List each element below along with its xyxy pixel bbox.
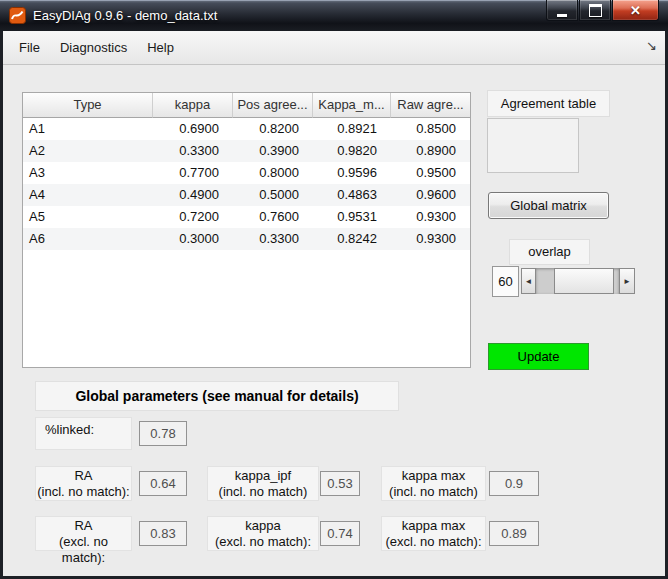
results-table: Type kappa Pos agree... Kappa_m... Raw a… xyxy=(22,92,471,368)
table-cell[interactable]: 0.8000 xyxy=(233,162,313,184)
table-cell[interactable]: 0.6900 xyxy=(153,118,233,140)
update-button[interactable]: Update xyxy=(488,343,589,370)
maximize-icon xyxy=(589,4,602,17)
ra-incl-label: RA (incl. no match): xyxy=(35,466,132,501)
slider-right-icon: ► xyxy=(623,277,631,286)
table-cell[interactable]: 0.9300 xyxy=(391,228,470,250)
column-header-kappa-m[interactable]: Kappa_m... xyxy=(313,93,391,118)
label-line: (excl. no match): xyxy=(208,534,318,550)
label-line: (excl. no match): xyxy=(36,534,131,566)
column-header-raw-agree[interactable]: Raw agre... xyxy=(391,93,470,118)
table-cell[interactable]: 0.9500 xyxy=(391,162,470,184)
slider-left-button[interactable]: ◄ xyxy=(521,268,536,294)
table-cell[interactable]: 0.8500 xyxy=(391,118,470,140)
linked-value-field: 0.78 xyxy=(139,421,187,446)
table-cell[interactable]: 0.7600 xyxy=(233,206,313,228)
kappa-ipf-incl-label: kappa_ipf (incl. no match) xyxy=(207,466,319,501)
overlap-value-field[interactable]: 60 xyxy=(492,266,519,297)
table-cell[interactable]: 0.4900 xyxy=(153,184,233,206)
app-icon[interactable] xyxy=(9,7,26,24)
menu-help[interactable]: Help xyxy=(137,35,184,60)
label-line: kappa max xyxy=(382,468,485,484)
slider-right-button[interactable]: ► xyxy=(619,268,635,294)
table-cell[interactable]: 0.7200 xyxy=(153,206,233,228)
linked-label: %linked: xyxy=(35,417,132,450)
minimize-button[interactable] xyxy=(546,0,578,21)
menubar: File Diagnostics Help ↘ xyxy=(3,31,665,65)
table-cell[interactable]: 0.3300 xyxy=(153,140,233,162)
kappa-max-incl-value-field: 0.9 xyxy=(489,471,539,496)
titlebar[interactable]: EasyDIAg 0.9.6 - demo_data.txt ✕ xyxy=(0,0,668,31)
table-header: Type kappa Pos agree... Kappa_m... Raw a… xyxy=(23,93,470,118)
kappa-max-incl-label: kappa max (incl. no match) xyxy=(381,466,486,501)
table-row: A5 0.7200 0.7600 0.9531 0.9300 xyxy=(23,206,470,228)
table-body: A1 0.6900 0.8200 0.8921 0.8500 A2 0.3300… xyxy=(23,118,470,250)
label-line: RA xyxy=(36,518,131,534)
table-cell[interactable]: 0.3900 xyxy=(233,140,313,162)
minimize-icon xyxy=(557,14,567,17)
label-line: (incl. no match) xyxy=(382,484,485,500)
kappa-excl-label: kappa (excl. no match): xyxy=(207,516,319,551)
table-row: A1 0.6900 0.8200 0.8921 0.8500 xyxy=(23,118,470,140)
slider-thumb[interactable] xyxy=(554,268,614,294)
table-cell[interactable]: 0.9300 xyxy=(391,206,470,228)
table-cell[interactable]: 0.8200 xyxy=(233,118,313,140)
label-line: (excl. no match): xyxy=(382,534,485,550)
table-cell[interactable]: A6 xyxy=(23,228,153,250)
overlap-slider: ◄ ► xyxy=(521,268,635,294)
label-line: kappa_ipf xyxy=(208,468,318,484)
column-header-kappa[interactable]: kappa xyxy=(153,93,233,118)
table-cell[interactable]: 0.3000 xyxy=(153,228,233,250)
client-area: File Diagnostics Help ↘ Type kappa Pos a… xyxy=(3,31,665,576)
kappa-max-excl-label: kappa max (excl. no match): xyxy=(381,516,486,551)
kappa-excl-value-field: 0.74 xyxy=(320,521,360,546)
label-line: kappa max xyxy=(382,518,485,534)
table-cell[interactable]: A4 xyxy=(23,184,153,206)
label-line: (incl. no match): xyxy=(36,484,131,500)
table-cell[interactable]: 0.4863 xyxy=(313,184,391,206)
table-cell[interactable]: A3 xyxy=(23,162,153,184)
menu-diagnostics[interactable]: Diagnostics xyxy=(50,35,137,60)
global-matrix-button[interactable]: Global matrix xyxy=(488,192,609,219)
close-icon: ✕ xyxy=(630,4,641,17)
ra-excl-label: RA (excl. no match): xyxy=(35,516,132,551)
window-title: EasyDIAg 0.9.6 - demo_data.txt xyxy=(33,0,217,31)
kappa-ipf-incl-value-field: 0.53 xyxy=(320,471,360,496)
menubar-dock-icon[interactable]: ↘ xyxy=(646,38,657,53)
agreement-table-display xyxy=(487,118,579,173)
table-cell[interactable]: 0.9600 xyxy=(391,184,470,206)
menu-file[interactable]: File xyxy=(9,35,50,60)
agreement-table-label: Agreement table xyxy=(487,90,610,117)
kappa-max-excl-value-field: 0.89 xyxy=(489,521,539,546)
table-row: A2 0.3300 0.3900 0.9820 0.8900 xyxy=(23,140,470,162)
overlap-label: overlap xyxy=(509,239,590,265)
table-cell[interactable]: 0.9596 xyxy=(313,162,391,184)
column-header-type[interactable]: Type xyxy=(23,93,153,118)
label-line: kappa xyxy=(208,518,318,534)
label-line: RA xyxy=(36,468,131,484)
table-cell[interactable]: 0.8242 xyxy=(313,228,391,250)
table-cell[interactable]: 0.9820 xyxy=(313,140,391,162)
table-cell[interactable]: A1 xyxy=(23,118,153,140)
table-cell[interactable]: 0.3300 xyxy=(233,228,313,250)
slider-left-icon: ◄ xyxy=(525,277,533,286)
table-cell[interactable]: 0.5000 xyxy=(233,184,313,206)
table-row: A3 0.7700 0.8000 0.9596 0.9500 xyxy=(23,162,470,184)
maximize-button[interactable] xyxy=(579,0,611,21)
ra-incl-value-field: 0.64 xyxy=(139,471,187,496)
table-cell[interactable]: A2 xyxy=(23,140,153,162)
ra-excl-value-field: 0.83 xyxy=(139,521,187,546)
global-parameters-heading: Global parameters (see manual for detail… xyxy=(35,381,399,411)
column-header-pos-agree[interactable]: Pos agree... xyxy=(233,93,313,118)
table-cell[interactable]: 0.9531 xyxy=(313,206,391,228)
label-line: (incl. no match) xyxy=(208,484,318,500)
table-cell[interactable]: 0.8900 xyxy=(391,140,470,162)
table-cell[interactable]: 0.7700 xyxy=(153,162,233,184)
close-button[interactable]: ✕ xyxy=(612,0,659,21)
table-cell[interactable]: A5 xyxy=(23,206,153,228)
window-controls: ✕ xyxy=(546,0,659,21)
matlab-logo-icon xyxy=(9,7,26,24)
table-cell[interactable]: 0.8921 xyxy=(313,118,391,140)
table-row: A4 0.4900 0.5000 0.4863 0.9600 xyxy=(23,184,470,206)
app-window: EasyDIAg 0.9.6 - demo_data.txt ✕ File Di… xyxy=(0,0,668,579)
